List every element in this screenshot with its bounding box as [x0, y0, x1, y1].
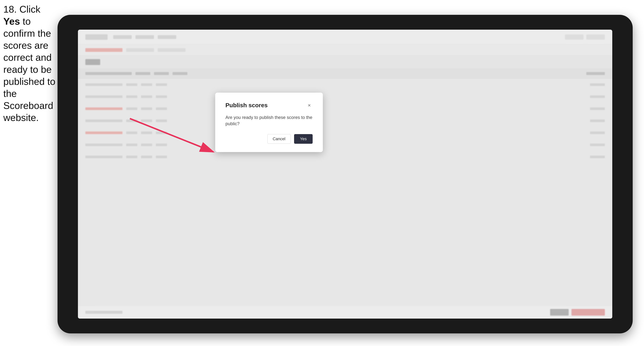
- tablet-device: Publish scores × Are you ready to publis…: [58, 15, 633, 334]
- text-before-bold: Click: [17, 4, 40, 15]
- modal-body-text: Are you ready to publish these scores to…: [226, 114, 313, 127]
- tablet-screen: Publish scores × Are you ready to publis…: [78, 30, 612, 319]
- modal-title: Publish scores: [226, 102, 268, 109]
- modal-close-button[interactable]: ×: [306, 102, 313, 109]
- text-after-bold: to confirm the scores are correct and re…: [3, 16, 55, 123]
- instruction-text: 18. Click Yes to confirm the scores are …: [3, 3, 57, 124]
- step-number: 18.: [3, 4, 17, 15]
- modal-footer: Cancel Yes: [226, 134, 313, 144]
- bold-yes: Yes: [3, 16, 20, 27]
- cancel-button[interactable]: Cancel: [267, 134, 291, 144]
- modal-header: Publish scores ×: [226, 102, 313, 109]
- publish-scores-modal: Publish scores × Are you ready to publis…: [215, 93, 323, 152]
- modal-overlay: Publish scores × Are you ready to publis…: [78, 30, 612, 319]
- yes-button[interactable]: Yes: [294, 134, 313, 144]
